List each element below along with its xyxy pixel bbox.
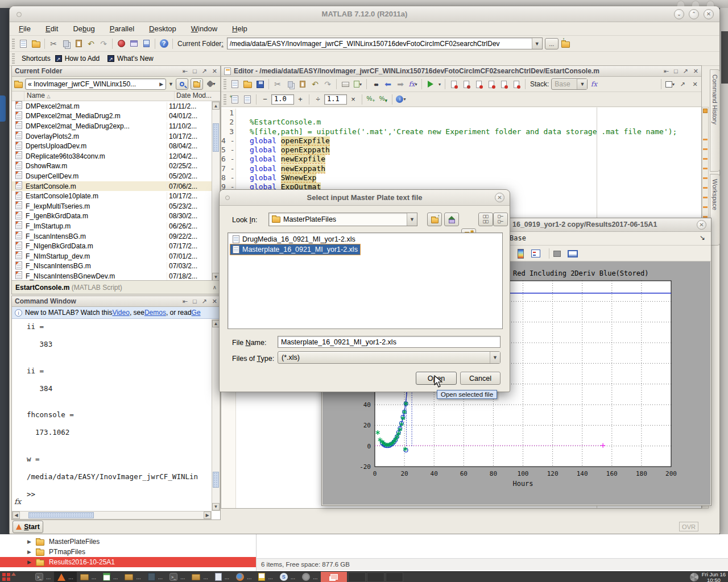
matlab-titlebar[interactable]: MATLAB 7.12.0 (R2011a) ⌄ ⌃ ✕ <box>10 6 719 22</box>
code-line[interactable]: global openExpfile <box>250 136 701 146</box>
dialog-file-list[interactable]: DrugMedia_16_0921_MI_yor1-2.xlsMasterpla… <box>228 232 503 329</box>
redo-icon[interactable]: ↷ <box>321 78 334 90</box>
app-launcher-icon[interactable] <box>0 572 32 582</box>
file-row[interactable]: F_IgenBkGrdData.m08/30/2... <box>12 211 212 222</box>
command-output[interactable]: ii = 383 ii = 384 fhconsole = 173.1062 w… <box>27 322 211 508</box>
look-in-dropdown-icon[interactable]: ▼ <box>407 213 417 226</box>
dock-figure-icon[interactable]: ↘ <box>700 234 705 242</box>
session-indicator-icon[interactable] <box>690 573 698 581</box>
warning-tick[interactable] <box>703 148 708 150</box>
taskbar-item-calc[interactable]: ... <box>100 572 121 582</box>
brush-data-icon[interactable] <box>551 247 563 260</box>
menu-parallel[interactable]: Parallel <box>110 24 134 33</box>
print-options-icon[interactable]: ▾ <box>351 78 364 90</box>
undock-icon[interactable]: ↗ <box>202 298 207 305</box>
forward-icon[interactable]: ➡ <box>394 78 407 90</box>
taskbar-item-folder[interactable]: ... <box>188 572 211 582</box>
print-icon[interactable] <box>339 78 351 90</box>
close-panel-icon[interactable]: ✕ <box>212 68 217 74</box>
scrollbar-thumb[interactable] <box>28 512 94 518</box>
scroll-right-icon[interactable]: ▶ <box>204 512 211 519</box>
line-number[interactable]: 5 - <box>221 146 235 155</box>
file-row[interactable]: DoverlayPlots2.m10/17/2... <box>12 131 212 142</box>
window-menu-dot-icon[interactable] <box>16 12 22 17</box>
insert-function-icon[interactable]: fx <box>588 78 600 90</box>
toolbar-handle[interactable] <box>12 39 15 49</box>
increase-indent-icon[interactable]: + <box>294 93 307 106</box>
scroll-left-icon[interactable]: ◀ <box>13 512 20 519</box>
stack-combo[interactable]: Base ▼ <box>551 78 588 90</box>
cut-icon[interactable]: ✂ <box>47 38 60 50</box>
new-script-icon[interactable] <box>229 78 241 90</box>
stack-dropdown-icon[interactable]: ▼ <box>577 79 587 89</box>
expander-icon[interactable]: ▶ <box>27 559 31 565</box>
menu-debug[interactable]: Debug <box>73 24 94 33</box>
file-row[interactable]: F_NIscanIntensBG.m07/03/2... <box>12 261 212 272</box>
cut-icon[interactable]: ✂ <box>271 78 284 90</box>
warning-tick[interactable] <box>703 168 708 169</box>
folder-tree-row[interactable]: ▶PTmapFiles <box>0 547 256 557</box>
dialog-file-row[interactable]: Masterplate_16_0921_MI_yor1-2.xls <box>228 244 502 255</box>
scrollbar-thumb[interactable] <box>213 123 219 152</box>
code-line[interactable]: %EstartConsole.m <box>250 118 701 127</box>
close-button[interactable]: ✕ <box>704 9 714 19</box>
undo-icon[interactable]: ↶ <box>85 38 97 50</box>
file-row[interactable]: DshowRaw.m02/25/2... <box>12 161 212 172</box>
fx-prompt-icon[interactable]: fx <box>14 497 21 506</box>
column-date-header[interactable]: Date Mod... <box>175 92 220 101</box>
command-hscrollbar[interactable]: ◀ ▶ <box>12 511 212 519</box>
current-folder-header[interactable]: Current Folder ⇤ □ ↗ ✕ <box>12 66 220 77</box>
undock-icon[interactable]: ↗ <box>683 68 688 74</box>
clock-date[interactable]: Fri Jun 16 <box>702 572 726 577</box>
warning-tick[interactable] <box>703 187 708 189</box>
dialog-close-icon[interactable]: ✕ <box>495 193 504 202</box>
goto-function-icon[interactable]: fx▾ <box>407 78 419 90</box>
insert-legend-icon[interactable] <box>530 247 542 260</box>
warning-tick[interactable] <box>703 158 708 160</box>
warning-tick[interactable] <box>703 206 708 208</box>
line-number[interactable]: 6 - <box>221 155 235 164</box>
files-of-type-combo[interactable]: (*.xls) ▼ <box>278 351 500 364</box>
current-folder-dropdown-icon[interactable]: ▼ <box>532 38 542 49</box>
expander-icon[interactable]: ▶ <box>27 549 31 555</box>
file-name-field[interactable] <box>278 336 500 348</box>
file-row[interactable]: DpertsUploadDev.m08/04/2... <box>12 141 212 151</box>
taskbar-empty-slot[interactable] <box>348 572 366 582</box>
plot-window-icon[interactable] <box>566 247 579 260</box>
code-line[interactable]: global newExppath <box>250 164 701 173</box>
line-number[interactable]: 8 - <box>221 173 235 182</box>
taskbar-item-app-s[interactable]: S... <box>276 572 299 582</box>
clock-time[interactable]: 10:50 <box>702 577 726 582</box>
multiply-field[interactable]: 1.1 <box>324 94 347 105</box>
file-row[interactable]: F_NIgenBkGrdData.m07/17/2... <box>12 241 212 251</box>
editor-undock-icon[interactable]: ↗ <box>676 78 689 90</box>
line-number[interactable]: 3 <box>221 127 235 136</box>
comment-icon[interactable]: %+ <box>365 93 377 106</box>
menu-help[interactable]: Help <box>232 24 247 33</box>
taskbar-item-folder[interactable]: ... <box>121 572 144 582</box>
list-view-button[interactable]: □—□— <box>493 213 508 226</box>
details-view-button[interactable]: □□□□ <box>478 213 493 226</box>
insert-cell-icon[interactable]: + <box>229 93 241 106</box>
next-cell-icon[interactable] <box>241 93 254 106</box>
warning-tick[interactable] <box>703 177 708 179</box>
getting-started-link[interactable]: Ge <box>192 309 201 317</box>
whats-new-link[interactable]: What's New <box>117 55 154 63</box>
file-name-input[interactable] <box>278 338 500 346</box>
dialog-titlebar[interactable]: Select input Master Plate text file ✕ <box>220 190 510 206</box>
continue-icon[interactable] <box>510 78 523 90</box>
code-line[interactable]: %[file,path] = uiputfile('.mat','Create … <box>250 127 701 136</box>
redo-icon[interactable]: ↷ <box>97 38 110 50</box>
taskbar-empty-slot[interactable] <box>386 572 403 582</box>
file-row[interactable]: F_IscanIntensBG.m09/22/2... <box>12 231 212 242</box>
scroll-up-icon[interactable]: ▲ <box>212 102 220 110</box>
file-row[interactable]: DsuperCellDev.m05/20/2... <box>12 171 212 181</box>
scroll-down-icon[interactable]: ▼ <box>212 503 220 510</box>
uncomment-icon[interactable]: %▾ <box>377 93 390 106</box>
file-row[interactable]: DMPexcel2mat_MediaDrug2.m04/01/2... <box>12 111 212 122</box>
file-row[interactable]: F_ImStartup.m06/26/2... <box>12 221 212 231</box>
dialog-file-row[interactable]: DrugMedia_16_0921_MI_yor1-2.xls <box>228 234 502 244</box>
paste-icon[interactable] <box>72 38 85 50</box>
open-icon[interactable] <box>241 78 254 90</box>
menu-desktop[interactable]: Desktop <box>149 24 176 33</box>
